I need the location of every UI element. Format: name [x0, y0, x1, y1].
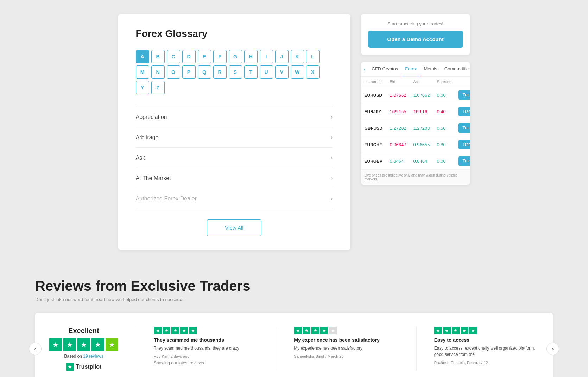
r2-star-5: ★ — [329, 327, 337, 334]
r1-star-5: ★ — [189, 327, 197, 334]
chevron-right-icon: › — [331, 134, 333, 141]
alpha-btn-v[interactable]: V — [275, 65, 289, 79]
showing-reviews-label: Showing our latest reviews — [154, 358, 258, 365]
alpha-btn-w[interactable]: W — [291, 65, 304, 79]
reviews-card: ‹ Excellent ★ ★ ★ ★ ★ Based on 19 review… — [35, 313, 553, 377]
alpha-btn-j[interactable]: J — [275, 50, 289, 63]
ask-value: 169.16 — [410, 103, 433, 120]
glossary-item[interactable]: Authorized Forex Dealer› — [136, 188, 333, 209]
open-demo-button[interactable]: Open a Demo Account — [368, 31, 463, 48]
trade-button[interactable]: Trade — [458, 156, 470, 166]
tab-cfd-cryptos[interactable]: CFD Cryptos — [368, 62, 402, 76]
alpha-btn-i[interactable]: I — [260, 50, 273, 63]
tab-forex[interactable]: Forex — [402, 62, 420, 76]
alpha-btn-u[interactable]: U — [260, 65, 273, 79]
star-3: ★ — [77, 338, 90, 351]
alpha-btn-c[interactable]: C — [167, 50, 180, 63]
star-5-half: ★ — [106, 338, 118, 351]
table-row: EURUSD1.076621.076620.00Trade — [361, 87, 470, 103]
trade-button[interactable]: Trade — [458, 140, 470, 149]
alpha-btn-z[interactable]: Z — [151, 81, 165, 94]
trade-button[interactable]: Trade — [458, 90, 470, 100]
col-ask: Ask — [410, 77, 433, 87]
alpha-btn-n[interactable]: N — [151, 65, 165, 79]
glossary-item-text: Arbitrage — [136, 134, 159, 141]
view-all-button[interactable]: View All — [207, 219, 261, 236]
alpha-btn-l[interactable]: L — [306, 50, 320, 63]
alpha-btn-p[interactable]: P — [182, 65, 196, 79]
chevron-right-icon: › — [331, 195, 333, 202]
alpha-btn-y[interactable]: Y — [136, 81, 149, 94]
instrument-name: EURGBP — [365, 159, 382, 164]
glossary-item[interactable]: At The Market› — [136, 168, 333, 188]
alpha-btn-g[interactable]: G — [229, 50, 242, 63]
divider-2 — [276, 327, 276, 371]
r3-star-2: ★ — [443, 327, 451, 334]
review-item-1: ★ ★ ★ ★ ★ They scammed me thousands They… — [154, 327, 258, 365]
ask-value: 0.96655 — [410, 136, 433, 153]
alpha-btn-q[interactable]: Q — [198, 65, 211, 79]
alpha-btn-m[interactable]: M — [136, 65, 149, 79]
glossary-item[interactable]: Arbitrage› — [136, 127, 333, 148]
tab-commodities[interactable]: Commodities — [441, 62, 470, 76]
alpha-btn-b[interactable]: B — [151, 50, 165, 63]
trustpilot-name: Trustpilot — [76, 364, 102, 370]
trustpilot-summary: Excellent ★ ★ ★ ★ ★ Based on 19 reviews … — [49, 327, 118, 371]
review-2-author: Sameeksha Singh, March 20 — [294, 354, 398, 358]
trading-widget: ‹ CFD Cryptos Forex Metals Commodities I… — [361, 62, 470, 185]
glossary-item-text: Appreciation — [136, 114, 167, 120]
alpha-btn-a[interactable]: A — [136, 50, 149, 63]
alpha-btn-x[interactable]: X — [306, 65, 320, 79]
alpha-btn-f[interactable]: F — [213, 50, 227, 63]
glossary-title: Forex Glossary — [136, 28, 333, 39]
review-count-link[interactable]: 19 reviews — [83, 354, 103, 359]
alpha-btn-d[interactable]: D — [182, 50, 196, 63]
glossary-card: Forex Glossary ABCDEFGHIJKLMNOPQRSTUVWXY… — [118, 14, 350, 250]
r2-star-3: ★ — [311, 327, 319, 334]
demo-subtitle: Start practicing your trades! — [368, 21, 463, 26]
alpha-btn-e[interactable]: E — [198, 50, 211, 63]
spread-value: 0.50 — [433, 120, 455, 136]
r2-star-2: ★ — [303, 327, 310, 334]
ask-value: 1.27203 — [410, 120, 433, 136]
review-3-author: Raakesh Chettela, February 12 — [434, 360, 539, 365]
reviews-prev-button[interactable]: ‹ — [29, 343, 42, 355]
review-1-headline: They scammed me thousands — [154, 337, 258, 343]
based-on-text: Based on 19 reviews — [49, 354, 118, 359]
chevron-right-icon: › — [331, 113, 333, 121]
spread-value: 0.00 — [433, 87, 455, 103]
glossary-item[interactable]: Ask› — [136, 148, 333, 168]
bid-value: 1.07662 — [386, 87, 410, 103]
review-3-stars: ★ ★ ★ ★ ★ — [434, 327, 539, 334]
trustpilot-rating: Excellent — [49, 327, 118, 335]
table-row: GBPUSD1.272021.272030.50Trade — [361, 120, 470, 136]
bid-value: 169.155 — [386, 103, 410, 120]
instrument-name: GBPUSD — [365, 126, 382, 131]
review-2-headline: My experience has been satisfactory — [294, 337, 398, 343]
trading-disclaimer: Live prices are indicative only and may … — [361, 170, 470, 185]
alpha-btn-o[interactable]: O — [167, 65, 180, 79]
alpha-btn-t[interactable]: T — [244, 65, 258, 79]
divider-3 — [416, 327, 417, 371]
tab-prev-arrow[interactable]: ‹ — [361, 63, 368, 76]
instrument-name: EURJPY — [365, 109, 381, 114]
star-2: ★ — [63, 338, 76, 351]
alpha-btn-r[interactable]: R — [213, 65, 227, 79]
trade-button[interactable]: Trade — [458, 123, 470, 133]
glossary-item-text: Ask — [136, 155, 145, 161]
bid-value: 0.96647 — [386, 136, 410, 153]
r3-star-5: ★ — [469, 327, 477, 334]
glossary-item[interactable]: Appreciation› — [136, 107, 333, 127]
reviews-next-button[interactable]: › — [546, 343, 559, 355]
right-panel: Start practicing your trades! Open a Dem… — [361, 14, 470, 185]
r1-star-2: ★ — [163, 327, 170, 334]
alpha-btn-h[interactable]: H — [244, 50, 258, 63]
col-bid: Bid — [386, 77, 410, 87]
alpha-btn-k[interactable]: K — [291, 50, 304, 63]
table-row: EURGBP0.84640.84640.00Trade — [361, 153, 470, 170]
glossary-item-text: At The Market — [136, 175, 171, 181]
tab-metals[interactable]: Metals — [421, 62, 441, 76]
reviews-title: Reviews from Exclusive Traders — [35, 278, 553, 294]
trade-button[interactable]: Trade — [458, 107, 470, 116]
alpha-btn-s[interactable]: S — [229, 65, 242, 79]
